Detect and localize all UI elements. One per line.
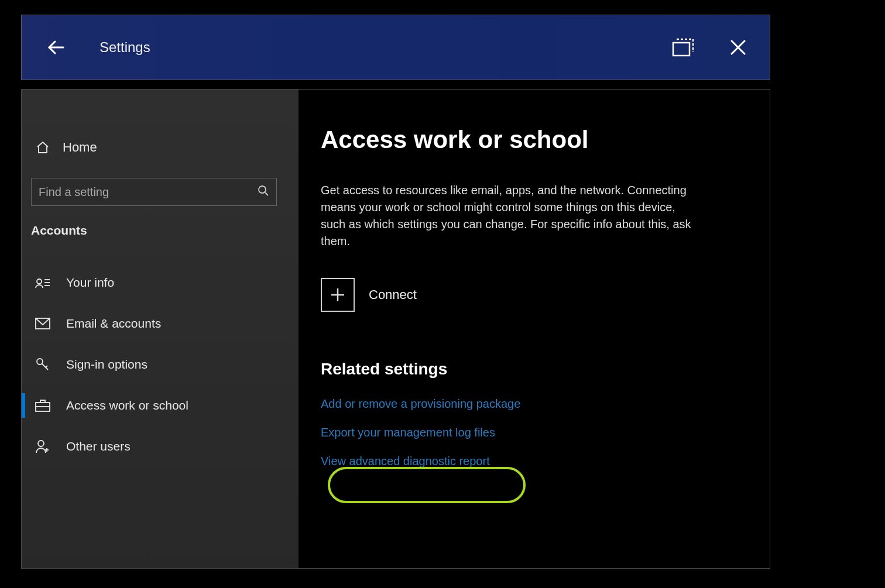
titlebar: Settings — [21, 15, 770, 80]
search-icon — [258, 185, 269, 199]
svg-point-13 — [37, 359, 43, 365]
sidebar-home-label: Home — [63, 140, 97, 155]
sidebar-item-label: Access work or school — [66, 398, 188, 412]
home-icon — [35, 140, 51, 154]
back-button[interactable] — [39, 30, 73, 64]
svg-point-6 — [259, 186, 266, 193]
search-input[interactable] — [39, 185, 258, 199]
back-arrow-icon — [46, 37, 67, 58]
svg-point-8 — [37, 279, 42, 284]
sidebar-home[interactable]: Home — [30, 133, 299, 161]
window-switch-button[interactable] — [664, 30, 704, 64]
link-provisioning-package[interactable]: Add or remove a provisioning package — [321, 397, 520, 411]
connect-button[interactable]: Connect — [321, 278, 770, 312]
mail-icon — [35, 318, 51, 329]
sidebar-category: Accounts — [31, 223, 299, 238]
person-add-icon — [35, 439, 51, 454]
sidebar-item-label: Other users — [66, 439, 131, 453]
sidebar-nav: Your info Email & accounts — [30, 262, 299, 467]
related-heading: Related settings — [321, 360, 770, 379]
sidebar-item-your-info[interactable]: Your info — [30, 262, 299, 303]
sidebar-item-label: Email & accounts — [66, 317, 161, 331]
sidebar-item-email-accounts[interactable]: Email & accounts — [30, 303, 299, 344]
close-button[interactable] — [721, 30, 755, 64]
sidebar-item-label: Your info — [66, 276, 114, 290]
svg-point-18 — [38, 441, 44, 446]
close-icon — [729, 39, 747, 56]
svg-rect-1 — [673, 43, 690, 56]
link-diagnostic-report[interactable]: View advanced diagnostic report — [321, 455, 490, 468]
titlebar-title: Settings — [100, 39, 150, 56]
sidebar-item-signin-options[interactable]: Sign-in options — [30, 344, 299, 385]
plus-icon — [321, 278, 355, 312]
key-icon — [35, 357, 51, 372]
search-box[interactable] — [31, 178, 277, 206]
person-card-icon — [35, 276, 51, 289]
sidebar: Home Accounts — [22, 90, 299, 568]
window-stack-icon — [671, 36, 697, 59]
sidebar-item-label: Sign-in options — [66, 357, 148, 372]
main-panel: Access work or school Get access to reso… — [299, 90, 770, 568]
link-export-log-files[interactable]: Export your management log files — [321, 426, 495, 439]
connect-label: Connect — [369, 287, 417, 302]
content-frame: Home Accounts — [21, 89, 770, 569]
svg-line-14 — [42, 364, 48, 370]
svg-line-15 — [46, 366, 47, 367]
page-description: Get access to resources like email, apps… — [321, 182, 701, 250]
related-settings: Related settings Add or remove a provisi… — [321, 360, 770, 468]
sidebar-item-access-work-school[interactable]: Access work or school — [30, 385, 299, 426]
page-title: Access work or school — [321, 126, 770, 154]
briefcase-icon — [35, 399, 51, 412]
svg-line-7 — [265, 192, 268, 195]
sidebar-item-other-users[interactable]: Other users — [30, 426, 299, 467]
